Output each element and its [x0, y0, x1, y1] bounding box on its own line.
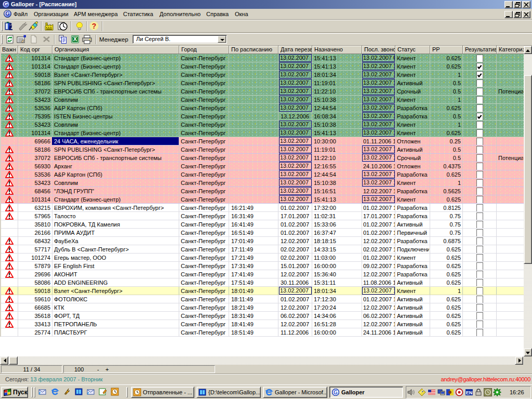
- svg-text:EN: EN: [466, 390, 473, 395]
- svg-text:X: X: [73, 36, 77, 42]
- svg-text:?: ?: [92, 22, 97, 30]
- svg-text:G: G: [334, 390, 338, 395]
